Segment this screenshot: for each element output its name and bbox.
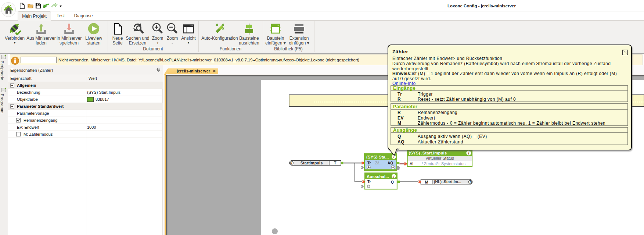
svg-text:Startimpuls: Startimpuls — [301, 161, 323, 165]
svg-text:Ausschal...: Ausschal... — [367, 174, 389, 179]
svg-text:Q: Q — [391, 180, 394, 184]
svg-text:Virtueller Status: Virtueller Status — [425, 156, 454, 160]
svg-text:Tr: Tr — [367, 180, 371, 184]
svg-text:Tr: Tr — [367, 161, 371, 165]
svg-text:AI: AI — [410, 161, 413, 166]
svg-text:(HL) .Start.Im...: (HL) .Start.Im... — [434, 179, 461, 184]
svg-text:! Zentral/+ Systemstatus: ! Zentral/+ Systemstatus — [422, 161, 465, 166]
svg-text:i: i — [468, 151, 469, 155]
svg-text:Zä...: Zä... — [375, 161, 382, 165]
svg-text:T: T — [334, 161, 337, 165]
svg-text:M: M — [425, 180, 428, 184]
svg-text:(SYS) .Start.Impuls: (SYS) .Start.Impuls — [409, 151, 447, 155]
svg-text:AQ: AQ — [388, 161, 393, 165]
